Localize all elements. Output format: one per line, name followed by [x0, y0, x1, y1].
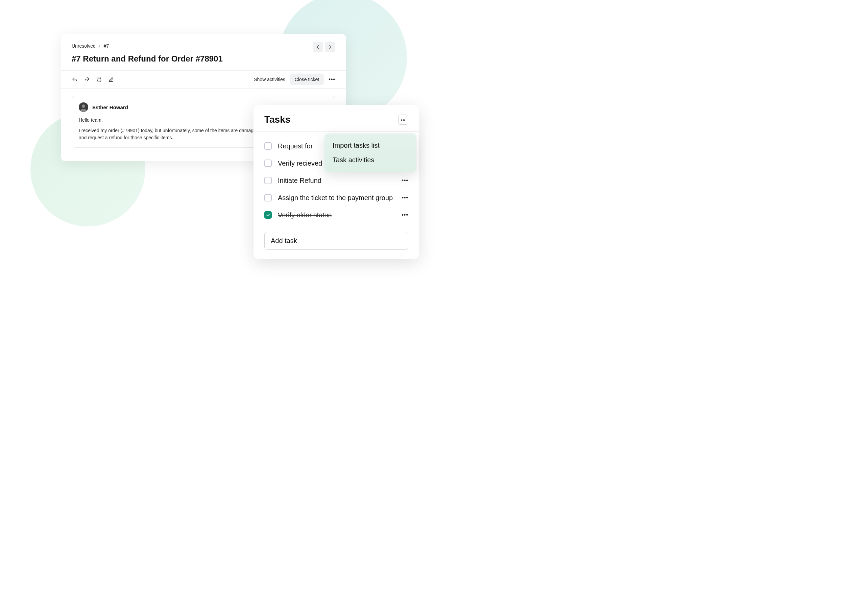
svg-rect-0 [98, 78, 101, 82]
tasks-dropdown-menu: Import tasks list Task activities [324, 133, 416, 172]
task-label-done: Verify older status [278, 210, 395, 220]
task-checkbox[interactable] [264, 194, 272, 201]
toolbar-left [72, 76, 114, 82]
breadcrumb-root[interactable]: Unresolved [72, 43, 96, 49]
task-row: Initiate Refund ••• [264, 172, 408, 189]
task-more-icon[interactable]: ••• [402, 212, 408, 218]
tasks-header: Tasks ••• [253, 105, 419, 131]
dropdown-task-activities[interactable]: Task activities [324, 153, 416, 167]
reply-icon[interactable] [72, 76, 78, 82]
dropdown-import-tasks[interactable]: Import tasks list [324, 138, 416, 153]
tasks-more-button[interactable]: ••• [398, 114, 408, 125]
breadcrumb-item[interactable]: #7 [104, 43, 109, 49]
avatar [79, 102, 88, 112]
task-row: Assign the ticket to the payment group •… [264, 189, 408, 207]
chevron-right-icon [329, 45, 332, 49]
task-more-icon[interactable]: ••• [402, 195, 408, 201]
task-row: Verify older status ••• [264, 207, 408, 224]
add-task-input[interactable]: Add task [264, 232, 408, 250]
toolbar: Show activities Close ticket ••• [61, 70, 346, 88]
show-activities-button[interactable]: Show activities [254, 77, 285, 82]
task-more-icon[interactable]: ••• [402, 178, 408, 184]
more-icon[interactable]: ••• [329, 76, 335, 82]
ticket-header: Unresolved / #7 #7 Return and Refund for… [61, 34, 346, 70]
breadcrumb: Unresolved / #7 [72, 43, 335, 49]
chevron-left-icon [317, 45, 320, 49]
header-nav [313, 42, 335, 52]
divider [253, 131, 419, 131]
prev-button[interactable] [313, 42, 323, 52]
close-ticket-button[interactable]: Close ticket [290, 74, 324, 85]
breadcrumb-separator: / [99, 43, 100, 49]
tasks-title: Tasks [264, 114, 290, 125]
toolbar-right: Show activities Close ticket ••• [254, 74, 335, 85]
task-checkbox[interactable] [264, 142, 272, 150]
forward-icon[interactable] [84, 76, 90, 82]
author-name: Esther Howard [92, 104, 128, 110]
message-author: Esther Howard [79, 102, 128, 112]
task-label: Initiate Refund [278, 176, 395, 185]
copy-icon[interactable] [96, 76, 102, 82]
check-icon [266, 213, 270, 217]
edit-icon[interactable] [108, 76, 114, 82]
ticket-title: #7 Return and Refund for Order #78901 [72, 54, 335, 63]
task-label: Assign the ticket to the payment group [278, 193, 395, 203]
task-checkbox[interactable] [264, 177, 272, 184]
svg-point-2 [82, 104, 85, 108]
task-checkbox[interactable] [264, 159, 272, 167]
tasks-panel: Tasks ••• Request for Verify recieved re… [253, 105, 419, 259]
next-button[interactable] [325, 42, 335, 52]
task-checkbox-checked[interactable] [264, 211, 272, 219]
